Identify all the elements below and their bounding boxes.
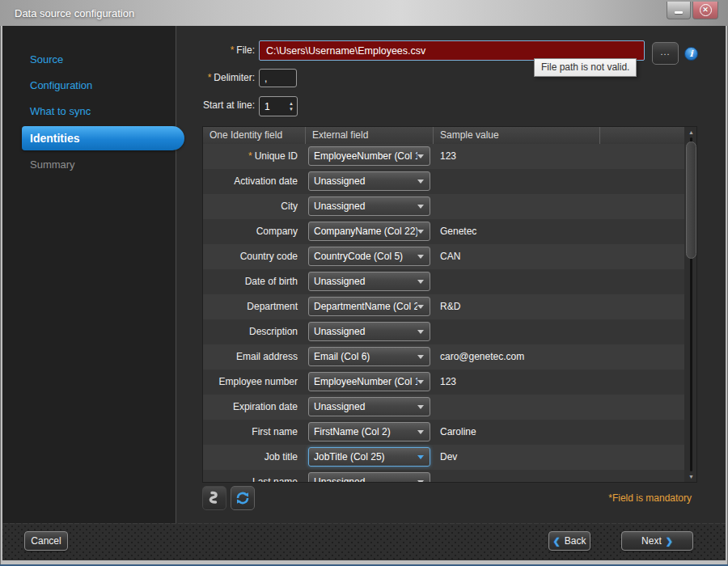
- external-field-cell: Unassigned: [306, 196, 434, 216]
- external-field-cell: FirstName (Col 2): [306, 422, 434, 441]
- external-field-cell: Email (Col 6): [306, 347, 434, 366]
- start-at-line-stepper[interactable]: ▲ ▼: [259, 96, 298, 116]
- back-label: Back: [565, 535, 586, 547]
- sample-value: 123: [434, 150, 600, 162]
- required-mark: *: [208, 72, 212, 83]
- external-field-cell: Unassigned: [306, 472, 434, 482]
- external-field-dropdown[interactable]: Email (Col 6): [308, 347, 430, 366]
- start-at-line-label: Start at line:: [177, 99, 255, 111]
- external-field-dropdown[interactable]: Unassigned: [308, 196, 430, 216]
- external-field-dropdown[interactable]: EmployeeNumber (Col 18): [308, 146, 430, 166]
- column-header-sample-value[interactable]: Sample value: [434, 127, 600, 144]
- external-field-dropdown[interactable]: FirstName (Col 2): [308, 422, 430, 441]
- external-field-cell: Unassigned: [306, 322, 434, 341]
- close-button[interactable]: ✕: [692, 2, 718, 19]
- clear-mappings-button[interactable]: [202, 486, 226, 510]
- table-row: CityUnassigned: [203, 194, 684, 219]
- identity-field-label: *Unique ID: [203, 150, 306, 162]
- table-row: Job titleJobTitle (Col 25)Dev: [203, 445, 684, 470]
- sample-value: 123: [434, 376, 600, 387]
- sidebar-item-what-to-sync[interactable]: What to sync: [2, 99, 176, 125]
- wizard-sidebar: SourceConfigurationWhat to syncIdentitie…: [2, 26, 176, 523]
- column-header-external-field[interactable]: External field: [306, 127, 434, 144]
- table-row: CompanyCompanyName (Col 22)Genetec: [203, 219, 684, 244]
- external-field-cell: Unassigned: [306, 272, 434, 291]
- sidebar-item-source[interactable]: Source: [2, 47, 176, 73]
- chevron-down-icon: [417, 305, 424, 309]
- stepper-arrows[interactable]: ▲ ▼: [286, 97, 297, 116]
- identity-field-label: Activation date: [203, 175, 306, 187]
- dropdown-value: DepartmentName (Col 23): [309, 301, 417, 312]
- next-button[interactable]: Next ❯: [621, 531, 693, 551]
- dropdown-value: EmployeeNumber (Col 18): [309, 376, 417, 387]
- delimiter-input[interactable]: [259, 69, 297, 87]
- dropdown-value: CompanyName (Col 22): [309, 226, 417, 237]
- sample-value: Caroline: [434, 426, 600, 437]
- chevron-down-icon: [417, 154, 424, 158]
- refresh-button[interactable]: [231, 486, 255, 510]
- back-button[interactable]: ❮ Back: [548, 531, 590, 551]
- external-field-dropdown[interactable]: CompanyName (Col 22): [308, 222, 430, 241]
- chevron-right-icon: ❯: [666, 536, 673, 547]
- identity-field-label: Department: [203, 301, 306, 312]
- column-header-identity-field[interactable]: One Identity field: [203, 127, 306, 144]
- external-field-cell: EmployeeNumber (Col 18): [306, 372, 434, 391]
- chevron-down-icon: [417, 330, 424, 334]
- sidebar-item-configuration[interactable]: Configuration: [2, 73, 176, 99]
- external-field-dropdown[interactable]: JobTitle (Col 25): [308, 447, 430, 467]
- chevron-left-icon: ❮: [553, 536, 561, 547]
- external-field-dropdown[interactable]: CountryCode (Col 5): [308, 247, 430, 266]
- table-row: Activation dateUnassigned: [203, 169, 684, 194]
- stepper-up-icon[interactable]: ▲: [289, 101, 294, 107]
- identity-field-label: Description: [203, 326, 306, 337]
- browse-button[interactable]: ...: [652, 42, 679, 65]
- external-field-cell: JobTitle (Col 25): [306, 447, 434, 467]
- info-icon[interactable]: i: [684, 47, 698, 61]
- dropdown-value: EmployeeNumber (Col 18): [309, 150, 417, 162]
- external-field-dropdown[interactable]: EmployeeNumber (Col 18): [308, 372, 430, 391]
- cancel-button[interactable]: Cancel: [24, 531, 68, 551]
- external-field-dropdown[interactable]: Unassigned: [308, 171, 430, 191]
- table-row: Email addressEmail (Col 6)caro@genetec.c…: [203, 344, 684, 370]
- required-mark: *: [231, 44, 235, 56]
- dropdown-value: Unassigned: [309, 175, 417, 187]
- cancel-label: Cancel: [31, 535, 61, 547]
- external-field-cell: EmployeeNumber (Col 18): [306, 146, 434, 166]
- external-field-cell: CountryCode (Col 5): [306, 247, 434, 266]
- identity-field-label: City: [203, 201, 306, 212]
- identity-field-label: Email address: [203, 351, 306, 362]
- sample-value: CAN: [434, 251, 600, 262]
- scroll-down-icon[interactable]: ▼: [684, 471, 698, 482]
- dropdown-value: CountryCode (Col 5): [309, 251, 417, 262]
- table-row: Last nameUnassigned: [203, 470, 684, 482]
- column-header-empty: [600, 127, 684, 144]
- dialog-window: Data source configuration ✕ SourceConfig…: [0, 0, 728, 566]
- vertical-scrollbar[interactable]: ▲ ▼: [684, 127, 696, 482]
- dropdown-value: Unassigned: [309, 201, 417, 212]
- chevron-down-icon: [417, 430, 424, 434]
- scrollbar-thumb[interactable]: [686, 142, 696, 259]
- main-panel: *File: ... i File path is not valid. *De…: [177, 26, 726, 523]
- scroll-up-icon[interactable]: ▲: [684, 127, 698, 137]
- stepper-down-icon[interactable]: ▼: [289, 107, 294, 112]
- external-field-dropdown[interactable]: Unassigned: [308, 322, 430, 341]
- chevron-down-icon: [417, 455, 424, 459]
- title-bar[interactable]: Data source configuration ✕: [0, 0, 728, 26]
- delimiter-label: *Delimiter:: [177, 72, 255, 83]
- table-row: Country codeCountryCode (Col 5)CAN: [203, 244, 684, 269]
- table-row: DepartmentDepartmentName (Col 23)R&D: [203, 294, 684, 319]
- sample-value: R&D: [434, 301, 600, 312]
- start-at-line-input[interactable]: [260, 97, 286, 116]
- external-field-dropdown[interactable]: Unassigned: [308, 272, 430, 291]
- table-row: Date of birthUnassigned: [203, 269, 684, 294]
- minimize-button[interactable]: [667, 2, 691, 19]
- close-icon: ✕: [700, 4, 712, 16]
- external-field-dropdown[interactable]: Unassigned: [308, 472, 430, 482]
- sidebar-item-identities[interactable]: Identities: [22, 126, 184, 150]
- footer-bar: Cancel ❮ Back Next ❯: [2, 523, 726, 560]
- chevron-down-icon: [417, 255, 424, 259]
- external-field-dropdown[interactable]: DepartmentName (Col 23): [308, 297, 430, 316]
- external-field-dropdown[interactable]: Unassigned: [308, 397, 430, 416]
- sample-value: caro@genetec.com: [434, 351, 600, 362]
- sidebar-item-summary: Summary: [2, 152, 176, 178]
